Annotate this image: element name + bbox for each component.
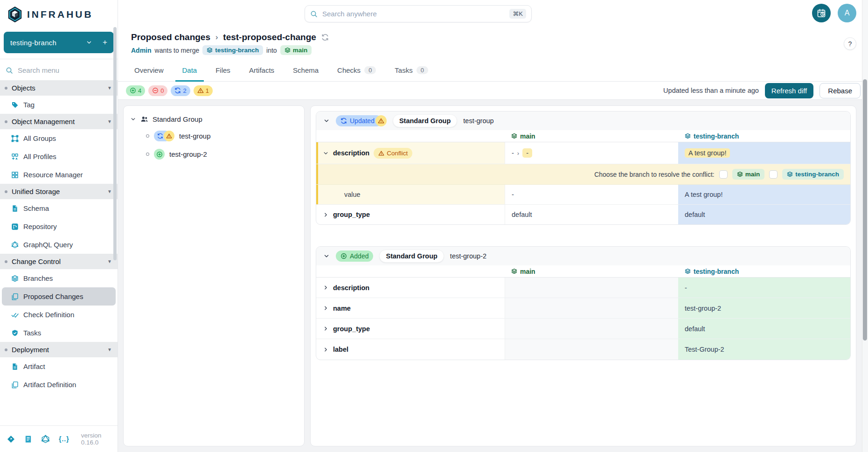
section-change-control[interactable]: Change Control ▼	[0, 254, 118, 269]
branch-selector-value: testing-branch	[10, 39, 56, 47]
menu-search[interactable]	[0, 59, 118, 80]
choose-main-checkbox[interactable]	[719, 170, 728, 179]
sidebar-item-resource-manager[interactable]: Resource Manager	[0, 166, 118, 184]
tab-overview[interactable]: Overview	[127, 63, 171, 82]
sidebar-item-graphql-query[interactable]: GraphQL Query	[0, 236, 118, 254]
status-label: Added	[350, 252, 368, 260]
sidebar-item-label: GraphQL Query	[23, 241, 73, 249]
chevron-right-icon	[323, 347, 329, 353]
layers-icon	[511, 268, 517, 274]
property-cell[interactable]: description Conflict	[316, 142, 505, 164]
row-conflict-chooser: Choose the branch to resolve the conflic…	[316, 164, 850, 185]
tree-node-test-group[interactable]: test-group	[146, 131, 298, 141]
sidebar-item-all-groups[interactable]: All Groups	[0, 129, 118, 147]
sidebar-item-proposed-changes[interactable]: Proposed Changes	[2, 287, 116, 306]
tab-label: Artifacts	[249, 66, 274, 74]
property-cell[interactable]: description	[316, 278, 505, 298]
main-option-badge[interactable]: main	[732, 169, 765, 180]
added-badge	[154, 149, 165, 160]
section-unified-storage[interactable]: Unified Storage ▼	[0, 184, 118, 199]
section-objects[interactable]: Objects ▼	[0, 80, 118, 96]
sidebar-item-check-definition[interactable]: Check Definition	[0, 306, 118, 324]
layers-icon	[207, 47, 213, 53]
tree-node-label: test-group-2	[169, 150, 207, 158]
tab-checks[interactable]: Checks0	[330, 63, 383, 82]
tab-data[interactable]: Data	[175, 63, 204, 82]
scrollbar-thumb[interactable]	[863, 79, 867, 341]
layers-icon	[511, 133, 517, 139]
tree-node-standard-group[interactable]: Standard Group	[130, 115, 298, 123]
branch-selector[interactable]: testing-branch +	[4, 32, 114, 53]
avatar[interactable]: A	[838, 4, 856, 22]
conflict-badge	[164, 131, 174, 141]
chevron-right-icon	[323, 326, 329, 332]
code-icon[interactable]: {..}	[59, 435, 69, 443]
sidebar-item-repository[interactable]: Repository	[0, 217, 118, 236]
sidebar-scrollbar[interactable]	[113, 27, 117, 260]
property-cell[interactable]: name	[316, 298, 505, 318]
property-cell: value	[316, 185, 505, 204]
bullet-icon	[5, 348, 7, 351]
section-object-management[interactable]: Object Management ▼	[0, 114, 118, 129]
add-branch-button[interactable]: +	[103, 38, 107, 47]
tab-schema[interactable]: Schema	[286, 63, 326, 82]
sidebar-item-all-profiles[interactable]: All Profiles	[0, 147, 118, 166]
chevron-down-icon	[130, 116, 136, 122]
sidebar-item-schema[interactable]: Schema	[0, 199, 118, 217]
sidebar-item-artifact[interactable]: Artifact	[0, 357, 118, 376]
diff-panel-header[interactable]: Added Standard Group test-group-2	[316, 247, 850, 265]
proposed-changes-icon	[11, 293, 19, 300]
warning-icon	[166, 133, 172, 139]
sidebar-item-tasks[interactable]: Tasks	[0, 324, 118, 342]
source-branch-label: testing-branch	[215, 47, 259, 54]
object-name: test-group	[463, 117, 493, 125]
section-label: Deployment	[12, 346, 49, 354]
global-search[interactable]: ⌘K	[305, 5, 532, 22]
sidebar-item-branches[interactable]: Branches	[0, 269, 118, 287]
sidebar-item-label: All Profiles	[23, 153, 56, 160]
property-cell[interactable]: label	[316, 339, 505, 360]
branch-option-badge[interactable]: testing-branch	[782, 169, 844, 180]
section-label: Objects	[12, 84, 35, 92]
refresh-icon[interactable]	[321, 34, 329, 41]
diff-panel-test-group: Updated Standard Group test-group main	[316, 111, 851, 225]
property-cell[interactable]: group_type	[316, 205, 505, 224]
swagger-docs-icon[interactable]	[7, 435, 15, 444]
help-button[interactable]: ?	[844, 37, 856, 50]
diff-panel-header[interactable]: Updated Standard Group test-group	[316, 111, 850, 130]
layers-icon	[11, 275, 19, 282]
property-cell[interactable]: group_type	[316, 319, 505, 339]
object-kind-chip: Standard Group	[379, 250, 444, 263]
sidebar-item-label: Resource Manager	[23, 171, 83, 179]
rebase-button[interactable]: Rebase	[819, 83, 861, 98]
app-logo[interactable]: INFRAHUB	[0, 0, 118, 25]
section-deployment[interactable]: Deployment ▼	[0, 342, 118, 357]
tree-node-test-group-2[interactable]: test-group-2	[146, 149, 298, 160]
tab-label: Tasks	[395, 66, 412, 74]
breadcrumb-parent[interactable]: Proposed changes	[131, 32, 210, 42]
tab-artifacts[interactable]: Artifacts	[242, 63, 281, 82]
refresh-diff-button[interactable]: Refresh diff	[765, 83, 813, 98]
change-badges	[154, 131, 174, 141]
branch-value: default	[685, 211, 705, 218]
choose-branch-checkbox[interactable]	[769, 170, 778, 179]
tag-icon	[11, 101, 19, 109]
conflict-count-pill: 1	[194, 85, 213, 96]
graphql-sandbox-icon[interactable]	[41, 435, 50, 444]
documentation-icon[interactable]	[24, 435, 32, 443]
sidebar-item-artifact-definition[interactable]: Artifact Definition	[0, 376, 118, 394]
plus-circle-icon	[340, 253, 347, 259]
menu-search-input[interactable]	[18, 66, 97, 74]
tab-label: Files	[215, 66, 230, 74]
version-label: version 0.16.0	[81, 432, 111, 446]
tab-tasks[interactable]: Tasks0	[388, 63, 435, 82]
tab-files[interactable]: Files	[208, 63, 237, 82]
global-search-input[interactable]	[322, 10, 505, 18]
conflict-count: 1	[206, 87, 209, 94]
tab-label: Overview	[134, 66, 164, 74]
updated-count: 2	[183, 87, 186, 94]
sidebar-item-tag[interactable]: Tag	[0, 96, 118, 114]
time-travel-button[interactable]	[812, 4, 831, 22]
branch-value: default	[685, 325, 705, 333]
page-scrollbar[interactable]	[862, 0, 868, 452]
